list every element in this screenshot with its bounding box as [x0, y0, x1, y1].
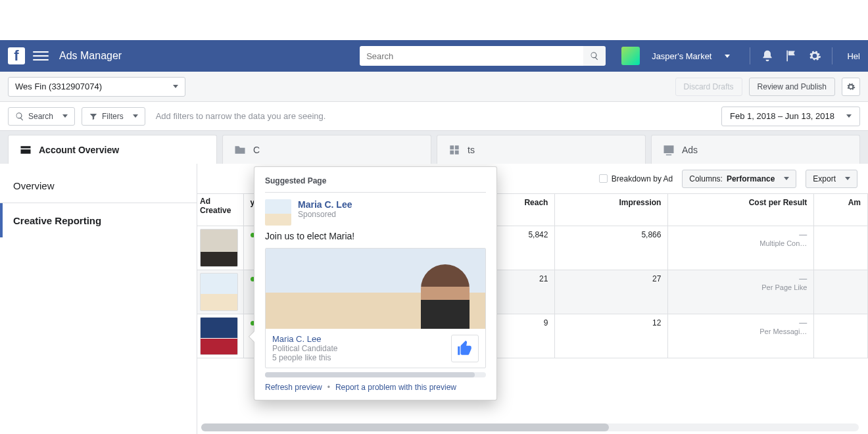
- app-title: Ads Manager: [59, 50, 122, 62]
- sponsored-label: Sponsored: [298, 210, 352, 219]
- export-label: Export: [813, 174, 836, 183]
- columns-selector[interactable]: Columns: Performance: [682, 170, 796, 188]
- chevron-down-icon: [62, 114, 68, 118]
- th-cost-per-result[interactable]: Cost per Result: [668, 194, 814, 226]
- content-pane: Breakdown by Ad Columns: Performance Exp…: [197, 164, 868, 434]
- review-publish-button[interactable]: Review and Publish: [749, 78, 835, 96]
- account-subbar: Wes Fin (3312907074) Discard Drafts Revi…: [0, 72, 868, 102]
- discard-drafts-button[interactable]: Discard Drafts: [675, 78, 742, 96]
- separator: [750, 47, 750, 64]
- hamburger-menu-icon[interactable]: [33, 48, 49, 64]
- page-name-link[interactable]: Maria C. Lee: [298, 199, 352, 210]
- ad-account-selector[interactable]: Wes Fin (3312907074): [8, 77, 185, 97]
- amount-value: [814, 270, 868, 314]
- ad-image: [266, 249, 485, 329]
- tab-label: C: [253, 145, 260, 155]
- creative-thumbnail[interactable]: [200, 317, 238, 355]
- nav-overview[interactable]: Overview: [0, 169, 197, 203]
- search-icon: [15, 112, 24, 121]
- bell-icon[interactable]: [761, 49, 774, 62]
- account-name[interactable]: Jasper's Market: [652, 51, 711, 61]
- cpr-value: —: [675, 274, 807, 283]
- chevron-down-icon: [784, 177, 789, 180]
- creative-thumbnail[interactable]: [200, 273, 238, 311]
- global-search-input[interactable]: [360, 46, 583, 66]
- account-avatar[interactable]: [621, 47, 640, 65]
- breakdown-by-ad-toggle[interactable]: Breakdown by Ad: [599, 174, 673, 183]
- like-button[interactable]: [451, 335, 479, 362]
- global-search-button[interactable]: [583, 46, 606, 66]
- search-group: [360, 46, 606, 66]
- main-area: Overview Creative Reporting Breakdown by…: [0, 164, 868, 434]
- report-problem-link[interactable]: Report a problem with this preview: [335, 383, 456, 392]
- scrollbar-thumb[interactable]: [265, 372, 475, 377]
- tab-ads[interactable]: Ads: [651, 135, 860, 164]
- popover-scrollbar[interactable]: [265, 372, 486, 377]
- popover-header: Maria C. Lee Sponsored: [265, 199, 486, 226]
- th-impressions[interactable]: Impression: [555, 194, 668, 226]
- cpr-value: —: [675, 318, 807, 327]
- adsets-icon: [448, 143, 461, 157]
- filter-row: Search Filters Add filters to narrow the…: [0, 102, 868, 131]
- impressions-value: 5,866: [555, 226, 668, 270]
- chevron-down-icon: [173, 85, 178, 88]
- date-range-picker[interactable]: Feb 1, 2018 – Jun 13, 2018: [721, 107, 860, 126]
- card-like-count: 5 people like this: [272, 353, 337, 362]
- top-app-bar: f Ads Manager Jasper's Market Hel: [0, 40, 868, 72]
- left-nav: Overview Creative Reporting: [0, 164, 197, 434]
- th-amount[interactable]: Am: [814, 194, 868, 226]
- cpr-subtext: Multiple Con…: [675, 239, 807, 247]
- account-caret-icon[interactable]: [725, 55, 730, 58]
- chevron-down-icon: [133, 114, 138, 118]
- search-pill-label: Search: [28, 112, 53, 121]
- cpr-value: —: [675, 230, 807, 239]
- ad-card[interactable]: Maria C. Lee Political Candidate 5 peopl…: [265, 248, 486, 368]
- ad-preview-popover: Suggested Page Maria C. Lee Sponsored Jo…: [254, 166, 497, 400]
- chevron-down-icon: [845, 177, 850, 180]
- card-page-name[interactable]: Maria C. Lee: [272, 334, 337, 344]
- horizontal-scrollbar[interactable]: [201, 423, 859, 431]
- refresh-preview-link[interactable]: Refresh preview: [265, 383, 322, 392]
- tab-account-overview[interactable]: Account Overview: [8, 135, 217, 164]
- filters-pill[interactable]: Filters: [82, 107, 145, 126]
- settings-button[interactable]: [842, 78, 860, 96]
- level-tabs: Account Overview C ts Ads: [0, 131, 868, 164]
- search-pill[interactable]: Search: [8, 107, 75, 126]
- tab-label: Ads: [682, 145, 698, 155]
- chevron-down-icon: [846, 114, 852, 118]
- ad-card-footer: Maria C. Lee Political Candidate 5 peopl…: [266, 329, 485, 368]
- checkbox-icon: [599, 174, 608, 183]
- overview-icon: [19, 143, 32, 157]
- folder-icon: [233, 143, 247, 157]
- divider: [265, 192, 486, 193]
- cpr-subtext: Per Page Like: [675, 283, 807, 291]
- popover-title: Suggested Page: [265, 176, 486, 185]
- card-page-category: Political Candidate: [272, 344, 337, 353]
- th-ad-creative[interactable]: Ad Creative: [197, 194, 243, 226]
- breakdown-label: Breakdown by Ad: [612, 174, 673, 183]
- creative-thumbnail[interactable]: [200, 229, 238, 267]
- search-icon: [590, 51, 599, 60]
- topbar-icon-group: Hel: [750, 47, 860, 64]
- gear-icon[interactable]: [808, 49, 821, 62]
- impressions-value: 27: [555, 270, 668, 314]
- popover-actions: Refresh preview • Report a problem with …: [265, 383, 486, 392]
- tab-label: Account Overview: [39, 145, 119, 155]
- filter-placeholder-text: Add filters to narrow the data you are s…: [156, 111, 326, 121]
- amount-value: [814, 226, 868, 270]
- fb-logo-icon[interactable]: f: [8, 47, 25, 64]
- tab-label: ts: [468, 145, 475, 155]
- thumbs-up-icon: [456, 340, 473, 357]
- amount-value: [814, 314, 868, 358]
- export-selector[interactable]: Export: [806, 170, 857, 188]
- filter-icon: [89, 112, 98, 121]
- separator: [832, 47, 832, 64]
- help-link[interactable]: Hel: [847, 51, 860, 61]
- flag-icon[interactable]: [784, 49, 798, 62]
- tab-ad-sets[interactable]: ts: [437, 135, 646, 164]
- nav-creative-reporting[interactable]: Creative Reporting: [0, 203, 197, 237]
- page-avatar[interactable]: [265, 199, 291, 226]
- tab-campaigns[interactable]: C: [222, 135, 431, 164]
- scrollbar-thumb[interactable]: [201, 423, 609, 431]
- impressions-value: 12: [555, 314, 668, 358]
